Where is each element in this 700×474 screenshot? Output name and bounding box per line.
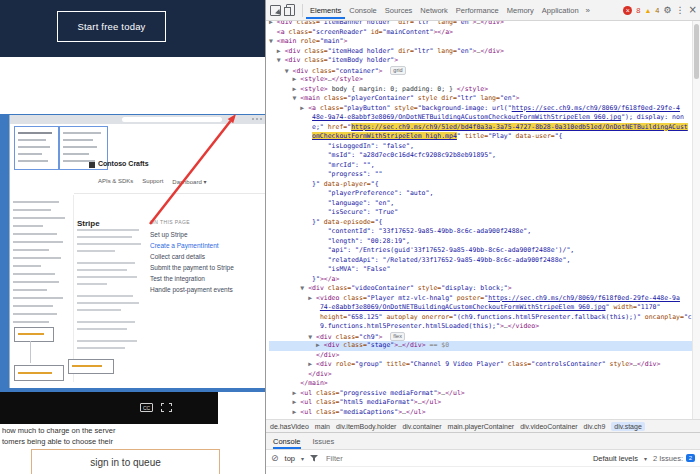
elements-tree-line[interactable]: ▶ <ul class="mediaCaptions">…</ul> xyxy=(269,408,692,418)
drawer-tab-console[interactable]: Console xyxy=(273,433,301,449)
text-placeholder xyxy=(18,160,48,162)
devtools-tab-console[interactable]: Console xyxy=(345,1,381,19)
elements-tree-line[interactable]: ▶ <div class="stage">…</div> == $0 xyxy=(269,341,692,351)
closed-captions-button[interactable]: CC xyxy=(140,403,153,412)
elements-tree-line[interactable]: ▶ <div class="itemHead holder" dir="ltr"… xyxy=(269,47,692,57)
devtools-tab-elements[interactable]: Elements xyxy=(306,1,345,19)
elements-tree-line[interactable]: omCheckoutFormWithStripeElem_high.mp4" t… xyxy=(269,132,692,142)
breadcrumb-item[interactable]: div.ch9 xyxy=(584,423,606,430)
video-frame[interactable]: Contoso Crafts APIs & SDKsSupportDashboa… xyxy=(0,114,265,392)
log-levels-selector[interactable]: Default levels xyxy=(593,454,638,463)
elements-tree-line[interactable]: </div> xyxy=(269,370,692,380)
elements-tree-line[interactable]: ▶ <style>…</style> xyxy=(269,75,692,85)
elements-tree-line[interactable]: "api": "/Entries(guid'33f17652-9a85-49bb… xyxy=(269,246,692,256)
devtools-tab-memory[interactable]: Memory xyxy=(503,1,538,19)
text-placeholder xyxy=(77,283,107,285)
issues-button[interactable]: 2 Issues: 2 xyxy=(653,454,695,463)
site-nav-item: Support xyxy=(142,178,163,185)
breadcrumb-item[interactable]: de.hasVideo xyxy=(270,423,309,430)
kebab-menu-icon[interactable]: ⋮ xyxy=(676,5,685,15)
toolbar-right-cluster: × 8 ▲ 4 ⚙ ⋮ × xyxy=(623,5,697,15)
elements-tree-line[interactable]: "progress": "" xyxy=(269,170,692,180)
text-placeholder xyxy=(77,229,139,231)
elements-tree-line[interactable]: "isLoggedIn": "false", xyxy=(269,142,692,152)
elements-tree-line[interactable]: ▶ <div role="group" title="Channel 9 Vid… xyxy=(269,360,692,370)
scrollbar-track[interactable] xyxy=(692,21,700,419)
inspect-element-icon[interactable] xyxy=(270,5,281,16)
slide-browser-screenshot: Contoso Crafts APIs & SDKsSupportDashboa… xyxy=(9,115,266,388)
elements-tree-line[interactable]: "playerPreference": "auto", xyxy=(269,189,692,199)
breadcrumb-item[interactable]: main.playerContainer xyxy=(448,423,515,430)
elements-tree-line[interactable]: "mrcId": "", xyxy=(269,161,692,171)
elements-tree-line[interactable]: ▼ <div class="ch9"> flex xyxy=(269,332,692,342)
elements-tree-line[interactable]: "language": "en", xyxy=(269,199,692,209)
start-free-today-button[interactable]: Start free today xyxy=(57,11,166,42)
elements-tree-line[interactable]: ▶ <style> body { margin: 0; padding: 0; … xyxy=(269,85,692,95)
devtools-tab-network[interactable]: Network xyxy=(416,1,452,19)
device-toolbar-icon[interactable] xyxy=(286,4,295,16)
elements-tree-line[interactable]: }" data-player="{ xyxy=(269,180,692,190)
elements-tree-line[interactable]: "contentId": "33f17652-9a85-49bb-8c6c-ad… xyxy=(269,227,692,237)
breadcrumb-item[interactable]: div.videoContainer xyxy=(520,423,577,430)
text-placeholder xyxy=(13,321,49,323)
elements-tree-line[interactable]: height="658.125" autoplay onerror="(ch9.… xyxy=(269,313,692,323)
elements-tree-line[interactable]: "isMVA": "False" xyxy=(269,265,692,275)
elements-tree-line[interactable]: <a class="screenReader" id="mainContent"… xyxy=(269,28,692,38)
breadcrumb-item[interactable]: div.itemBody.holder xyxy=(336,423,396,430)
devtools-tab-application[interactable]: Application xyxy=(538,1,583,19)
devtools-tab-performance[interactable]: Performance xyxy=(452,1,503,19)
close-devtools-icon[interactable]: × xyxy=(689,5,697,15)
console-filter-input[interactable] xyxy=(324,453,587,464)
elements-tree-line[interactable]: ▼ <div class="container"> grid xyxy=(269,66,692,76)
console-drawer: ConsoleIssues ⊘ top ▾ Default levels ▾ 2… xyxy=(266,432,700,474)
elements-tree-line[interactable]: 74-e8abbf3e8069/OnDotNETBuildingACustomC… xyxy=(269,303,692,313)
elements-tree-line[interactable]: ▼ <main role="main"> xyxy=(269,37,692,47)
elements-tree-line[interactable]: "isSecure": "True" xyxy=(269,208,692,218)
diagram-box xyxy=(14,365,64,381)
elements-tree-line[interactable]: ▼ <main class="playerContainer" style di… xyxy=(269,94,692,104)
breadcrumb-item[interactable]: div.container xyxy=(402,423,441,430)
elements-tree-line[interactable]: </main> xyxy=(269,379,692,389)
error-badge-icon[interactable]: × xyxy=(623,6,632,15)
elements-tree-line[interactable]: "relatedApi": "/Related/33f17652-9a85-49… xyxy=(269,256,692,266)
elements-tree-line[interactable]: ▼ <div class="itemBody holder"> xyxy=(269,56,692,66)
settings-gear-icon[interactable]: ⚙ xyxy=(664,5,672,15)
elements-tree-line[interactable]: }" data-episode="{ xyxy=(269,218,692,228)
elements-tree-line[interactable]: ▶ <a class="playButton" style="backgroun… xyxy=(269,104,692,114)
text-placeholder xyxy=(13,225,43,227)
on-this-page-link: Set up Stripe xyxy=(150,229,234,240)
devtools-tab-sources[interactable]: Sources xyxy=(381,1,417,19)
more-tabs-button[interactable]: » xyxy=(583,6,593,15)
window-control-dot xyxy=(256,118,258,120)
elements-tree-line[interactable]: ▶ <video class="Player mtz-vlc-hnalg" po… xyxy=(269,294,692,304)
scrollbar-thumb[interactable] xyxy=(694,24,699,79)
elements-tree-line[interactable]: "msId": "a28d7ec0c16d4cfc9208c92b8eb9189… xyxy=(269,151,692,161)
elements-tree-line[interactable]: e;" href="https://sec.ch9.ms/ch9/51ed/bd… xyxy=(269,123,692,133)
sign-in-to-queue-button[interactable]: sign in to queue xyxy=(31,449,220,474)
address-bar xyxy=(122,117,222,122)
elements-tree-line[interactable]: ▼ <div class="videoContainer" style="dis… xyxy=(269,284,692,294)
elements-tree-line[interactable]: "length": "00:28:19", xyxy=(269,237,692,247)
drawer-tab-issues[interactable]: Issues xyxy=(313,433,335,449)
fullscreen-button[interactable] xyxy=(161,403,172,412)
elements-tree-line[interactable]: </div> xyxy=(269,351,692,361)
breadcrumb-item[interactable]: main xyxy=(315,423,330,430)
elements-tree-line[interactable]: ▶ <ul class="progressive mediaFormat">…<… xyxy=(269,389,692,399)
elements-tree-line[interactable]: ▶ <ul class="html5 mediaFormat">…</ul> xyxy=(269,398,692,408)
page-paragraph: how much to charge on the server tomers … xyxy=(2,425,262,447)
slide-thumbnail-card xyxy=(14,126,59,170)
warning-badge-icon[interactable]: ▲ xyxy=(644,6,651,15)
breadcrumb-item[interactable]: div.stage xyxy=(611,422,645,431)
execution-context-selector[interactable]: top xyxy=(285,454,295,463)
text-placeholder xyxy=(13,241,63,243)
on-this-page-link: Collect card details xyxy=(150,251,234,262)
elements-tree-line[interactable]: }"></a> xyxy=(269,275,692,285)
console-filter-bar: ⊘ top ▾ Default levels ▾ 2 Issues: 2 xyxy=(266,450,700,467)
clear-console-icon[interactable]: ⊘ xyxy=(271,453,279,463)
web-page: Start free today Contoso Crafts APIs & S… xyxy=(0,0,265,474)
paragraph-line: tomers being able to choose their xyxy=(2,436,262,447)
text-placeholder xyxy=(63,153,89,155)
text-placeholder xyxy=(77,236,132,238)
elements-tree-line[interactable]: 48e-9a74-e8abbf3e8069/OnDotNETBuildingAC… xyxy=(269,113,692,123)
elements-tree-line[interactable]: 9.functions.html5Presenter.html5Loaded(t… xyxy=(269,322,692,332)
